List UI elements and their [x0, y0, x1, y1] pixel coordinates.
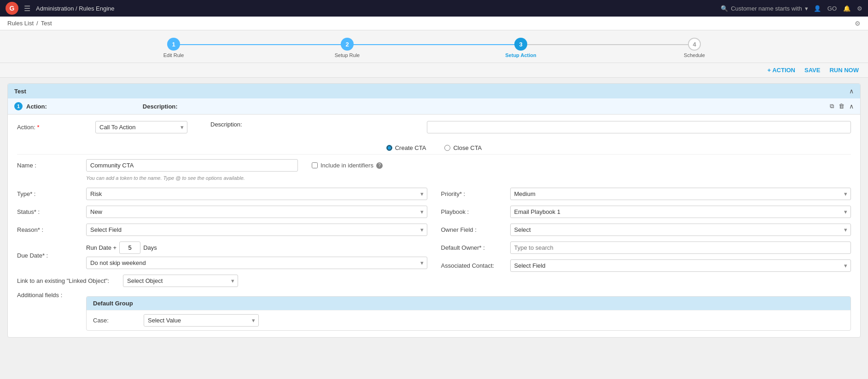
owner-field-row: Owner Field : Select	[441, 224, 851, 236]
case-row: Case: Select Value	[87, 310, 851, 330]
priority-row: Priority* : Low Medium High	[441, 188, 851, 200]
additional-fields-row: Additional fields : Default Group Case: …	[17, 292, 851, 331]
name-input[interactable]	[86, 159, 298, 172]
additional-fields-label: Additional fields :	[17, 292, 82, 299]
owner-field-select[interactable]: Select	[510, 224, 851, 236]
step-circle-3: 3	[514, 38, 527, 51]
section-action-title: Action:	[26, 103, 47, 110]
include-identifiers-checkbox[interactable]	[312, 162, 318, 168]
run-now-button[interactable]: RUN NOW	[829, 67, 859, 74]
associated-contact-select[interactable]: Select Field	[510, 259, 851, 272]
playbook-row: Playbook : Email Playbook 1 Email Playbo…	[441, 206, 851, 218]
wizard-step-edit-rule[interactable]: 1 Edit Rule	[87, 38, 261, 58]
type-label: Type* :	[17, 190, 82, 197]
status-row: Status* : New Open Closed	[17, 206, 427, 218]
reason-select[interactable]: Select Field	[86, 224, 427, 236]
priority-select[interactable]: Low Medium High	[510, 188, 851, 200]
main-content: Test ∧ 1 Action: Description: ⧉ 🗑 ∧ Acti…	[0, 78, 868, 349]
section-number: 1	[14, 102, 23, 110]
current-page-label: Test	[41, 20, 52, 27]
step-label-1: Edit Rule	[163, 52, 184, 58]
wizard-step-setup-rule[interactable]: 2 Setup Rule	[261, 38, 434, 58]
due-date-row: Due Date* : Run Date + Days Do not skip …	[17, 241, 427, 269]
description-input-wrap[interactable]	[427, 121, 851, 133]
create-cta-radio-input[interactable]	[386, 145, 392, 151]
include-identifiers-wrap[interactable]: Include in identifiers ?	[312, 162, 383, 169]
hamburger-menu[interactable]: ☰	[24, 4, 30, 13]
card-collapse-icon[interactable]: ∧	[849, 87, 854, 95]
step-label-4: Schedule	[684, 52, 705, 58]
type-row: Type* : Risk Opportunity Task	[17, 188, 427, 200]
user-icon[interactable]: 👤	[814, 5, 821, 12]
playbook-select-wrap[interactable]: Email Playbook 1 Email Playbook 2	[510, 206, 851, 218]
action-select[interactable]: Call To Action Send Email Create Task	[95, 121, 187, 133]
search-dropdown-icon: ▾	[805, 5, 808, 12]
action-toolbar: + ACTION SAVE RUN NOW	[0, 63, 868, 78]
action-select-wrap[interactable]: Call To Action Send Email Create Task	[95, 121, 187, 133]
owner-field-label: Owner Field :	[441, 226, 506, 233]
reason-label: Reason* :	[17, 226, 82, 233]
associated-contact-select-wrap[interactable]: Select Field	[510, 259, 851, 272]
help-icon[interactable]: ?	[376, 162, 383, 169]
add-action-button[interactable]: + ACTION	[767, 67, 795, 74]
playbook-select[interactable]: Email Playbook 1 Email Playbook 2	[510, 206, 851, 218]
wizard-step-schedule[interactable]: 4 Schedule	[608, 38, 781, 58]
rules-list-link[interactable]: Rules List	[7, 20, 34, 27]
priority-label: Priority* :	[441, 190, 506, 197]
case-select-wrap[interactable]: Select Value	[144, 314, 259, 327]
name-input-wrap[interactable]	[86, 159, 298, 172]
wizard-step-setup-action[interactable]: 3 Setup Action	[434, 38, 608, 58]
type-select-wrap[interactable]: Risk Opportunity Task	[86, 188, 427, 200]
default-owner-input[interactable]	[510, 241, 851, 254]
reason-select-wrap[interactable]: Select Field	[86, 224, 427, 236]
wizard-steps: 1 Edit Rule 2 Setup Rule 3 Setup Action …	[87, 38, 781, 58]
default-owner-input-wrap[interactable]	[510, 241, 851, 254]
top-navigation: G ☰ Administration / Rules Engine 🔍 Cust…	[0, 0, 868, 17]
action-description-row: Action: * Call To Action Send Email Crea…	[8, 115, 860, 337]
close-cta-radio[interactable]: Close CTA	[444, 144, 482, 151]
reason-row: Reason* : Select Field	[17, 224, 427, 236]
sub-nav-settings-icon[interactable]: ⚙	[855, 20, 861, 27]
section-header: 1 Action: Description: ⧉ 🗑 ∧	[8, 98, 860, 115]
search-area[interactable]: 🔍 Customer name starts with ▾	[721, 5, 808, 12]
include-identifiers-label: Include in identifiers	[320, 162, 373, 169]
go-label[interactable]: GO	[827, 5, 837, 12]
settings-icon[interactable]: ⚙	[857, 5, 862, 12]
step-circle-2: 2	[341, 38, 354, 51]
test-card: Test ∧ 1 Action: Description: ⧉ 🗑 ∧ Acti…	[7, 83, 861, 338]
skip-weekend-wrap[interactable]: Do not skip weekend Skip weekend	[86, 257, 427, 269]
status-select[interactable]: New Open Closed	[86, 206, 427, 218]
step-circle-1: 1	[167, 38, 180, 51]
close-cta-label: Close CTA	[453, 144, 482, 151]
search-label: Customer name starts with	[731, 5, 802, 12]
linked-object-select[interactable]: Select Object	[123, 275, 238, 287]
run-date-value-input[interactable]	[119, 241, 140, 254]
name-label: Name :	[17, 162, 82, 169]
save-button[interactable]: SAVE	[804, 67, 820, 74]
type-select[interactable]: Risk Opportunity Task	[86, 188, 427, 200]
due-date-inline: Run Date + Days	[86, 241, 427, 254]
create-cta-radio[interactable]: Create CTA	[386, 144, 426, 151]
copy-icon[interactable]: ⧉	[830, 103, 834, 110]
default-owner-row: Default Owner* :	[441, 241, 851, 254]
step-circle-4: 4	[688, 38, 701, 51]
status-select-wrap[interactable]: New Open Closed	[86, 206, 427, 218]
owner-field-select-wrap[interactable]: Select	[510, 224, 851, 236]
linked-object-select-wrap[interactable]: Select Object	[123, 275, 238, 287]
trash-icon[interactable]: 🗑	[839, 103, 845, 110]
associated-contact-label: Associated Contact:	[441, 262, 506, 269]
sub-navigation: Rules List / Test ⚙	[0, 17, 868, 30]
skip-weekend-select[interactable]: Do not skip weekend Skip weekend	[86, 257, 427, 269]
close-cta-radio-input[interactable]	[444, 145, 450, 151]
notification-icon[interactable]: 🔔	[843, 5, 851, 12]
priority-select-wrap[interactable]: Low Medium High	[510, 188, 851, 200]
description-input[interactable]	[427, 121, 851, 133]
case-select[interactable]: Select Value	[144, 314, 259, 327]
due-date-control: Run Date + Days Do not skip weekend Skip…	[86, 241, 427, 269]
section-collapse-icon[interactable]: ∧	[849, 103, 854, 110]
default-group: Default Group Case: Select Value	[86, 296, 851, 331]
status-label: Status* :	[17, 208, 82, 215]
card-header: Test ∧	[8, 84, 860, 98]
default-group-header: Default Group	[87, 297, 851, 310]
two-col-form: Type* : Risk Opportunity Task Status* :	[17, 188, 851, 272]
